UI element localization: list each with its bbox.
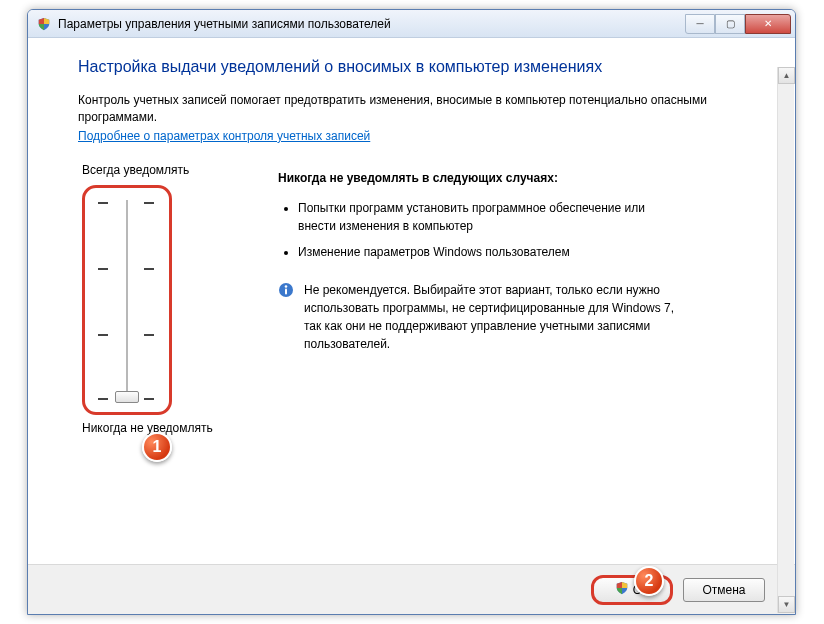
minimize-button[interactable]: ─ bbox=[685, 14, 715, 34]
close-button[interactable]: ✕ bbox=[745, 14, 791, 34]
slider-tick-icon bbox=[144, 268, 154, 270]
slider-tick-icon bbox=[98, 334, 108, 336]
slider-tick-icon bbox=[98, 268, 108, 270]
vertical-scrollbar[interactable]: ▲ ▼ bbox=[777, 67, 794, 613]
slider-thumb[interactable] bbox=[115, 391, 139, 403]
main-row: Всегда уведомлять Никогда не уведомлять bbox=[78, 163, 755, 435]
window-title: Параметры управления учетными записями п… bbox=[58, 17, 685, 31]
window-body: Настройка выдачи уведомлений о вносимых … bbox=[28, 38, 795, 614]
slider-tick-icon bbox=[144, 398, 154, 400]
slider-tick-icon bbox=[144, 202, 154, 204]
annotation-badge-1: 1 bbox=[142, 432, 172, 462]
slider-column: Всегда уведомлять Никогда не уведомлять bbox=[78, 163, 248, 435]
slider-tick-icon bbox=[98, 202, 108, 204]
notification-slider[interactable] bbox=[82, 185, 172, 415]
description-bullets: Попытки программ установить программное … bbox=[298, 199, 755, 261]
maximize-button[interactable]: ▢ bbox=[715, 14, 745, 34]
learn-more-link[interactable]: Подробнее о параметрах контроля учетных … bbox=[78, 129, 370, 143]
content-area: Настройка выдачи уведомлений о вносимых … bbox=[28, 38, 795, 564]
slider-label-never: Никогда не уведомлять bbox=[82, 421, 248, 435]
dialog-footer: ОК Отмена bbox=[28, 564, 795, 614]
window-controls: ─ ▢ ✕ bbox=[685, 14, 791, 34]
slider-label-always: Всегда уведомлять bbox=[82, 163, 248, 177]
info-icon bbox=[278, 282, 294, 298]
shield-icon bbox=[36, 16, 52, 32]
titlebar[interactable]: Параметры управления учетными записями п… bbox=[28, 10, 795, 38]
scroll-up-icon[interactable]: ▲ bbox=[778, 67, 795, 84]
slider-tick-icon bbox=[144, 334, 154, 336]
svg-rect-2 bbox=[285, 288, 287, 294]
info-row: Не рекомендуется. Выбирайте этот вариант… bbox=[278, 281, 678, 353]
shield-icon bbox=[615, 581, 629, 598]
slider-tick-icon bbox=[98, 398, 108, 400]
uac-settings-window: Параметры управления учетными записями п… bbox=[27, 9, 796, 615]
info-text: Не рекомендуется. Выбирайте этот вариант… bbox=[304, 281, 678, 353]
intro-text: Контроль учетных записей помогает предот… bbox=[78, 92, 718, 127]
description-heading: Никогда не уведомлять в следующих случая… bbox=[278, 171, 755, 185]
scroll-down-icon[interactable]: ▼ bbox=[778, 596, 795, 613]
description-column: Никогда не уведомлять в следующих случая… bbox=[248, 163, 755, 435]
slider-track bbox=[126, 200, 128, 400]
cancel-button[interactable]: Отмена bbox=[683, 578, 765, 602]
bullet-item: Изменение параметров Windows пользовател… bbox=[298, 243, 658, 261]
bullet-item: Попытки программ установить программное … bbox=[298, 199, 658, 235]
page-heading: Настройка выдачи уведомлений о вносимых … bbox=[78, 58, 755, 76]
cancel-label: Отмена bbox=[702, 583, 745, 597]
annotation-badge-2: 2 bbox=[634, 566, 664, 596]
svg-point-1 bbox=[285, 285, 288, 288]
